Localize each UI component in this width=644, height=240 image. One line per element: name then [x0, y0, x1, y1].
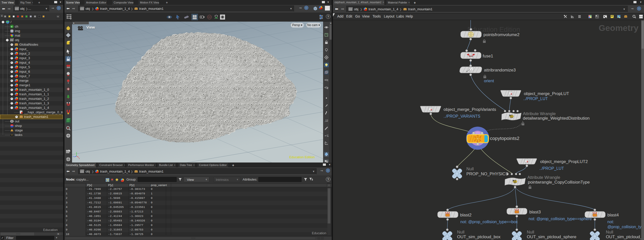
- svg-text:OUT_sim_ptcloud_c: OUT_sim_ptcloud_c: [606, 234, 644, 239]
- svg-text:../PROP_VARIANTS: ../PROP_VARIANTS: [444, 114, 480, 119]
- svg-text:Null: Null: [606, 230, 613, 234]
- svg-text:OUT_sim_ptcloud_box: OUT_sim_ptcloud_box: [457, 234, 500, 239]
- svg-text:detailwrangle_WeightedDistribu: detailwrangle_WeightedDistribution: [523, 116, 590, 121]
- svg-text:object_merge_PropLUT: object_merge_PropLUT: [524, 91, 569, 96]
- svg-text:Null: Null: [457, 230, 464, 234]
- svg-text:pointwrangle_CopyCollisionType: pointwrangle_CopyCollisionType: [528, 180, 590, 185]
- svg-text:w: w: [11, 25, 13, 28]
- svg-text:PROP_NO_PHYSICS: PROP_NO_PHYSICS: [466, 172, 508, 176]
- svg-text:../PROP_LUT: ../PROP_LUT: [523, 97, 548, 101]
- svg-text:object_merge_PropLUT2: object_merge_PropLUT2: [540, 159, 588, 164]
- svg-text:blast3: blast3: [529, 210, 541, 214]
- svg-text:↵12: ↵12: [325, 134, 329, 137]
- svg-text:Geometry: Geometry: [599, 23, 638, 33]
- svg-text:not:: not:: [607, 220, 614, 224]
- svg-text:x: x: [79, 157, 80, 159]
- svg-text:OUT_sim_ptcloud_sphere: OUT_sim_ptcloud_sphere: [527, 234, 576, 239]
- svg-text:Null: Null: [527, 230, 534, 234]
- svg-text:Attribute Wrangle: Attribute Wrangle: [523, 111, 556, 116]
- svg-text:../PROP_LUT: ../PROP_LUT: [539, 166, 564, 171]
- svg-text:@prop_collision_typ: @prop_collision_typ: [607, 225, 643, 229]
- svg-text:not: @prop_collision_type==box: not: @prop_collision_type==box: [460, 220, 518, 224]
- svg-text:y: y: [76, 151, 77, 153]
- svg-text:copytopoints2: copytopoints2: [490, 136, 519, 141]
- svg-text:z: z: [73, 155, 74, 157]
- svg-text:attribrandomize3: attribrandomize3: [484, 68, 516, 72]
- svg-text:object_merge_PropVariants: object_merge_PropVariants: [444, 107, 496, 112]
- svg-text:orient: orient: [484, 79, 494, 83]
- svg-text:+: +: [619, 17, 620, 19]
- svg-text:pointsfromvolume2: pointsfromvolume2: [483, 32, 520, 37]
- svg-text:Attribute Wrangle: Attribute Wrangle: [527, 175, 560, 180]
- svg-text:blast2: blast2: [460, 213, 471, 217]
- svg-text:fuse1: fuse1: [483, 54, 493, 58]
- svg-text:,12: ,12: [325, 119, 328, 122]
- svg-text:Null: Null: [466, 167, 474, 171]
- svg-text:blast4: blast4: [607, 213, 619, 217]
- svg-text:not: @prop_collision_type==sph: not: @prop_collision_type==sphere: [529, 217, 592, 221]
